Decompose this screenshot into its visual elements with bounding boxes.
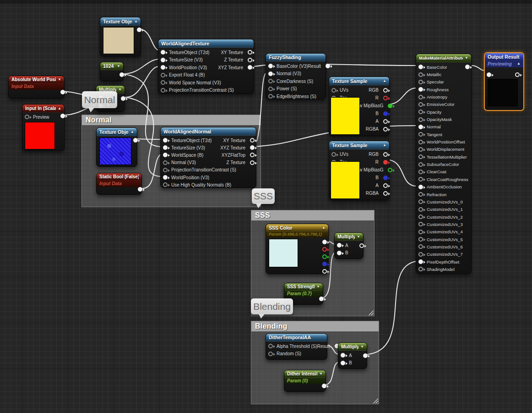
node-header[interactable]: FuzzyShading	[266, 54, 326, 61]
input-pin[interactable]	[418, 199, 423, 204]
input-pin[interactable]	[418, 80, 423, 84]
input-pin[interactable]	[268, 344, 273, 348]
input-pin[interactable]	[487, 72, 491, 77]
input-pin[interactable]	[341, 353, 345, 358]
input-pin[interactable]	[337, 251, 342, 255]
output-pin[interactable]	[248, 50, 252, 55]
input-pin[interactable]	[163, 182, 168, 187]
output-pin[interactable]	[383, 191, 388, 196]
output-pin[interactable]	[515, 72, 520, 77]
output-pin[interactable]	[138, 187, 142, 192]
dropdown-arrow-icon[interactable]: ▼	[465, 56, 468, 60]
input-pin[interactable]	[418, 259, 423, 264]
input-pin[interactable]	[418, 222, 423, 226]
node-header[interactable]: 1024▼	[100, 62, 123, 70]
output-pin[interactable]	[383, 176, 388, 180]
input-pin[interactable]	[418, 252, 423, 257]
input-pin[interactable]	[161, 73, 165, 77]
input-pin[interactable]	[418, 117, 423, 122]
input-pin[interactable]	[418, 147, 423, 152]
output-pin[interactable]	[322, 254, 327, 259]
input-pin[interactable]	[418, 177, 423, 182]
input-pin[interactable]	[268, 352, 273, 356]
node-header[interactable]: Output Result	[485, 53, 523, 61]
input-pin[interactable]	[163, 138, 168, 143]
dropdown-arrow-icon[interactable]: ▼	[316, 285, 320, 289]
output-pin[interactable]	[383, 127, 388, 132]
node-multiply-blending[interactable]: Multiply▼ AB	[338, 342, 367, 369]
node-texture-sample-2[interactable]: Texture Sample▲ UVsRGBTexRApply View Mip…	[329, 141, 390, 200]
node-header[interactable]: WorldAlignedNormal	[161, 127, 256, 136]
input-pin[interactable]	[418, 132, 423, 137]
output-pin[interactable]	[322, 240, 327, 244]
input-pin[interactable]	[163, 153, 168, 157]
input-pin[interactable]	[161, 58, 165, 62]
node-fuzzyshading[interactable]: FuzzyShading BaseColor (V3)ResultNormal …	[266, 53, 326, 99]
node-absolute-world-position[interactable]: Absolute World Position▼ Input Data	[8, 76, 65, 99]
node-sss-color[interactable]: SSS Color▲ Param (0.496,0.796,0.796,1)	[266, 224, 329, 274]
output-pin[interactable]	[383, 96, 388, 100]
output-pin[interactable]	[322, 247, 327, 252]
input-pin[interactable]	[163, 160, 168, 165]
node-header[interactable]: Multiply▼	[338, 343, 367, 351]
input-pin[interactable]	[418, 162, 423, 167]
output-pin[interactable]	[137, 28, 141, 32]
node-dithertemporalaa[interactable]: DitherTemporalAA Alpha Threshold (S)Resu…	[266, 333, 327, 360]
input-pin[interactable]	[268, 79, 273, 83]
input-pin[interactable]	[418, 230, 423, 234]
output-pin[interactable]	[250, 160, 255, 165]
node-texture-object-top[interactable]: Texture Object▲	[100, 17, 141, 56]
input-pin[interactable]	[341, 361, 345, 365]
dropdown-arrow-icon[interactable]: ▼	[117, 64, 120, 68]
collapse-arrow-icon[interactable]: ▲	[322, 226, 326, 230]
output-pin[interactable]	[359, 243, 364, 248]
node-header[interactable]: SSS Color▲	[266, 224, 328, 231]
input-pin[interactable]	[418, 192, 423, 197]
input-pin[interactable]	[161, 88, 165, 93]
input-pin[interactable]	[418, 170, 423, 174]
node-multiply-sss[interactable]: Multiply▼ AB	[334, 232, 364, 259]
node-output-result[interactable]: Output Result Previewing▲	[484, 52, 524, 111]
node-texture-object-normal[interactable]: Texture Object▲	[96, 127, 137, 167]
node-header[interactable]: SSS Strength▼	[284, 283, 323, 291]
input-pin[interactable]	[268, 94, 273, 99]
output-pin[interactable]	[388, 104, 392, 108]
output-pin[interactable]	[383, 88, 388, 93]
output-pin[interactable]	[60, 114, 65, 118]
output-pin[interactable]	[322, 384, 326, 388]
input-pin[interactable]	[418, 102, 423, 107]
node-dither-intensity[interactable]: Dither Intensity▼ Param (0)	[284, 370, 326, 392]
output-pin[interactable]	[248, 65, 252, 70]
node-worldalignednormal[interactable]: WorldAlignedNormal TextureObject (T2d)XY…	[160, 127, 256, 188]
input-pin[interactable]	[418, 154, 423, 159]
node-texture-sample-1[interactable]: Texture Sample▲ UVsRGBTexRApply View Mip…	[329, 77, 390, 136]
output-pin[interactable]	[60, 90, 65, 94]
input-pin[interactable]	[418, 244, 423, 249]
output-pin[interactable]	[326, 64, 330, 68]
node-header[interactable]: Input In (Scalar)▲	[22, 105, 64, 112]
input-pin[interactable]	[268, 64, 273, 68]
input-pin[interactable]	[418, 215, 423, 219]
node-header[interactable]: DitherTemporalAA	[266, 334, 327, 341]
node-header[interactable]: Texture Object▲	[100, 17, 141, 26]
dropdown-arrow-icon[interactable]: ▼	[319, 372, 323, 376]
node-header[interactable]: Dither Intensity▼	[284, 370, 326, 378]
input-pin[interactable]	[418, 95, 423, 99]
output-pin[interactable]	[319, 297, 324, 301]
comment-header[interactable]: SSS	[251, 210, 374, 220]
collapse-arrow-icon[interactable]: ▲	[58, 106, 61, 110]
node-constant-1024[interactable]: 1024▼	[100, 62, 124, 81]
input-pin[interactable]	[331, 88, 336, 93]
node-input-in-scalar[interactable]: Input In (Scalar)▲ Preview	[22, 104, 65, 151]
output-pin[interactable]	[383, 152, 388, 157]
dropdown-arrow-icon[interactable]: ▼	[357, 235, 360, 239]
output-pin[interactable]	[322, 262, 327, 266]
node-worldalignedtexture[interactable]: WorldAlignedTexture TextureObject (T2d)X…	[158, 39, 254, 94]
node-header[interactable]: Absolute World Position▼	[9, 76, 64, 83]
output-pin[interactable]	[363, 353, 368, 358]
output-pin[interactable]	[250, 138, 255, 143]
node-header[interactable]: Multiply▼	[335, 233, 363, 241]
collapse-arrow-icon[interactable]: ▲	[134, 19, 138, 23]
comment-resize-handle[interactable]	[368, 310, 374, 315]
input-pin[interactable]	[418, 87, 423, 92]
